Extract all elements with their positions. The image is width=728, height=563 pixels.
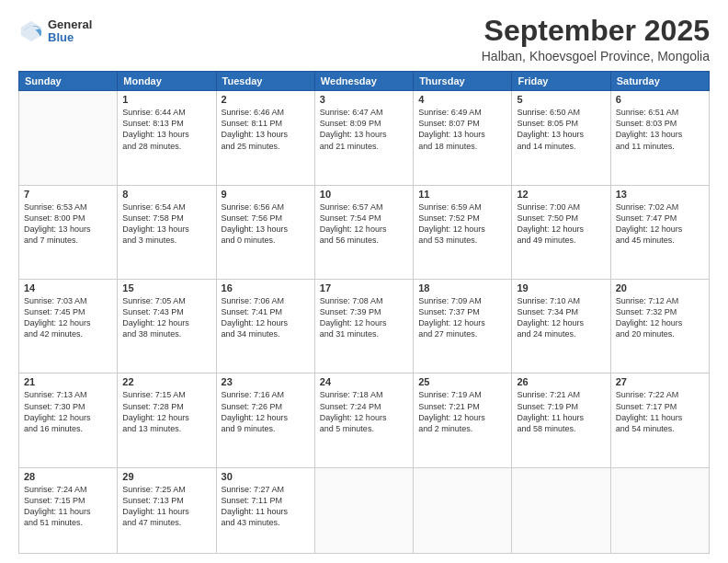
day-info: Sunrise: 7:25 AM Sunset: 7:13 PM Dayligh… [122,484,210,529]
table-row: 6Sunrise: 6:51 AM Sunset: 8:03 PM Daylig… [610,91,709,185]
table-row: 16Sunrise: 7:06 AM Sunset: 7:41 PM Dayli… [216,280,314,373]
day-info: Sunrise: 7:05 AM Sunset: 7:43 PM Dayligh… [122,295,210,340]
table-row: 5Sunrise: 6:50 AM Sunset: 8:05 PM Daylig… [512,91,610,185]
logo: General Blue [18,18,92,45]
logo-general: General [48,18,92,31]
day-number: 6 [616,94,704,105]
day-number: 23 [222,376,310,387]
day-info: Sunrise: 7:24 AM Sunset: 7:15 PM Dayligh… [24,484,112,529]
day-number: 3 [320,94,408,105]
title-block: September 2025 Halban, Khoevsgoel Provin… [482,15,710,63]
table-row: 8Sunrise: 6:54 AM Sunset: 7:58 PM Daylig… [118,185,216,279]
day-number: 2 [222,94,310,105]
day-info: Sunrise: 7:10 AM Sunset: 7:34 PM Dayligh… [517,295,605,340]
day-number: 10 [320,189,408,200]
day-number: 24 [320,376,408,387]
table-row: 7Sunrise: 6:53 AM Sunset: 8:00 PM Daylig… [19,185,118,279]
table-row: 17Sunrise: 7:08 AM Sunset: 7:39 PM Dayli… [314,280,413,373]
day-number: 1 [122,94,210,105]
calendar-week-2: 14Sunrise: 7:03 AM Sunset: 7:45 PM Dayli… [19,280,710,373]
table-row: 20Sunrise: 7:12 AM Sunset: 7:32 PM Dayli… [610,280,709,373]
table-row: 26Sunrise: 7:21 AM Sunset: 7:19 PM Dayli… [512,373,610,467]
table-row: 19Sunrise: 7:10 AM Sunset: 7:34 PM Dayli… [512,280,610,373]
day-info: Sunrise: 6:51 AM Sunset: 8:03 PM Dayligh… [616,107,704,152]
table-row [610,467,709,553]
logo-text: General Blue [48,18,92,45]
table-row [19,91,118,185]
table-row: 12Sunrise: 7:00 AM Sunset: 7:50 PM Dayli… [512,185,610,279]
day-info: Sunrise: 7:21 AM Sunset: 7:19 PM Dayligh… [517,389,605,434]
day-info: Sunrise: 6:54 AM Sunset: 7:58 PM Dayligh… [122,201,210,247]
table-row [512,467,610,553]
col-thursday: Thursday [414,72,512,91]
day-number: 22 [122,376,210,387]
col-monday: Monday [118,72,216,91]
table-row: 15Sunrise: 7:05 AM Sunset: 7:43 PM Dayli… [118,280,216,373]
day-number: 5 [517,94,605,105]
table-row: 23Sunrise: 7:16 AM Sunset: 7:26 PM Dayli… [216,373,314,467]
day-info: Sunrise: 7:08 AM Sunset: 7:39 PM Dayligh… [320,295,408,340]
day-number: 7 [24,189,112,200]
table-row: 11Sunrise: 6:59 AM Sunset: 7:52 PM Dayli… [414,185,512,279]
day-number: 13 [616,189,704,200]
day-info: Sunrise: 6:56 AM Sunset: 7:56 PM Dayligh… [222,201,310,247]
calendar-week-0: 1Sunrise: 6:44 AM Sunset: 8:13 PM Daylig… [19,91,710,185]
day-info: Sunrise: 7:18 AM Sunset: 7:24 PM Dayligh… [320,389,408,434]
page: General Blue September 2025 Halban, Khoe… [0,0,728,563]
table-row: 29Sunrise: 7:25 AM Sunset: 7:13 PM Dayli… [118,467,216,553]
table-row: 2Sunrise: 6:46 AM Sunset: 8:11 PM Daylig… [216,91,314,185]
day-info: Sunrise: 7:27 AM Sunset: 7:11 PM Dayligh… [222,484,310,529]
table-row: 4Sunrise: 6:49 AM Sunset: 8:07 PM Daylig… [414,91,512,185]
logo-icon [18,18,44,44]
day-number: 28 [24,471,112,482]
col-tuesday: Tuesday [216,72,314,91]
table-row: 1Sunrise: 6:44 AM Sunset: 8:13 PM Daylig… [118,91,216,185]
day-number: 26 [517,376,605,387]
day-info: Sunrise: 6:47 AM Sunset: 8:09 PM Dayligh… [320,107,408,152]
day-info: Sunrise: 7:06 AM Sunset: 7:41 PM Dayligh… [222,295,310,340]
calendar-table: Sunday Monday Tuesday Wednesday Thursday… [18,71,710,554]
calendar-week-4: 28Sunrise: 7:24 AM Sunset: 7:15 PM Dayli… [19,467,710,553]
day-number: 30 [222,471,310,482]
day-info: Sunrise: 7:09 AM Sunset: 7:37 PM Dayligh… [418,295,506,340]
header: General Blue September 2025 Halban, Khoe… [18,15,710,63]
header-row: Sunday Monday Tuesday Wednesday Thursday… [19,72,710,91]
col-saturday: Saturday [610,72,709,91]
day-info: Sunrise: 6:44 AM Sunset: 8:13 PM Dayligh… [122,107,210,152]
day-number: 27 [616,376,704,387]
table-row: 28Sunrise: 7:24 AM Sunset: 7:15 PM Dayli… [19,467,118,553]
day-number: 9 [222,189,310,200]
day-number: 25 [418,376,506,387]
day-info: Sunrise: 6:49 AM Sunset: 8:07 PM Dayligh… [418,107,506,152]
day-info: Sunrise: 7:13 AM Sunset: 7:30 PM Dayligh… [24,389,112,434]
day-info: Sunrise: 6:50 AM Sunset: 8:05 PM Dayligh… [517,107,605,152]
day-info: Sunrise: 7:22 AM Sunset: 7:17 PM Dayligh… [616,389,704,434]
day-number: 18 [418,282,506,293]
logo-blue: Blue [48,31,92,44]
table-row [414,467,512,553]
day-info: Sunrise: 7:02 AM Sunset: 7:47 PM Dayligh… [616,201,704,247]
table-row: 21Sunrise: 7:13 AM Sunset: 7:30 PM Dayli… [19,373,118,467]
subtitle: Halban, Khoevsgoel Province, Mongolia [482,49,710,63]
day-number: 12 [517,189,605,200]
day-number: 11 [418,189,506,200]
table-row: 3Sunrise: 6:47 AM Sunset: 8:09 PM Daylig… [314,91,413,185]
day-info: Sunrise: 6:46 AM Sunset: 8:11 PM Dayligh… [222,107,310,152]
day-info: Sunrise: 7:00 AM Sunset: 7:50 PM Dayligh… [517,201,605,247]
calendar-week-1: 7Sunrise: 6:53 AM Sunset: 8:00 PM Daylig… [19,185,710,279]
calendar-week-3: 21Sunrise: 7:13 AM Sunset: 7:30 PM Dayli… [19,373,710,467]
day-number: 4 [418,94,506,105]
table-row: 18Sunrise: 7:09 AM Sunset: 7:37 PM Dayli… [414,280,512,373]
day-number: 14 [24,282,112,293]
day-info: Sunrise: 6:59 AM Sunset: 7:52 PM Dayligh… [418,201,506,247]
day-number: 21 [24,376,112,387]
table-row: 13Sunrise: 7:02 AM Sunset: 7:47 PM Dayli… [610,185,709,279]
table-row: 22Sunrise: 7:15 AM Sunset: 7:28 PM Dayli… [118,373,216,467]
day-number: 19 [517,282,605,293]
col-wednesday: Wednesday [314,72,413,91]
day-info: Sunrise: 7:03 AM Sunset: 7:45 PM Dayligh… [24,295,112,340]
day-info: Sunrise: 6:53 AM Sunset: 8:00 PM Dayligh… [24,201,112,247]
day-number: 17 [320,282,408,293]
day-number: 20 [616,282,704,293]
day-number: 15 [122,282,210,293]
